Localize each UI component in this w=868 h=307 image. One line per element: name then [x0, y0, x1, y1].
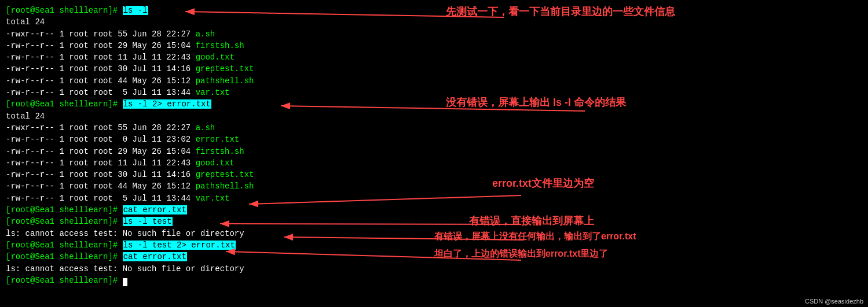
annotation-3: error.txt文件里边为空: [492, 176, 594, 191]
terminal-line: total 24: [6, 16, 428, 28]
terminal: [root@Sea1 shelllearn]# ls -ltotal 24-rw…: [0, 0, 434, 307]
terminal-output: -rw-r--r-- 1 root root 11 Jul 11 22:43: [6, 158, 196, 168]
terminal-line: -rw-r--r-- 1 root root 44 May 26 15:12 p…: [6, 180, 428, 192]
terminal-line: [root@Sea1 shelllearn]# cat error.txt: [6, 204, 428, 216]
terminal-filename: good.txt: [196, 158, 235, 168]
terminal-output: -rw-r--r-- 1 root root 44 May 26 15:12: [6, 182, 196, 191]
terminal-output: -rw-r--r-- 1 root root 5 Jul 11 13:44: [6, 194, 196, 203]
terminal-output: -rw-r--r-- 1 root root 0 Jul 11 23:02: [6, 135, 196, 144]
terminal-prompt: [root@Sea1 shelllearn]#: [6, 99, 123, 109]
terminal-filename: firstsh.sh: [196, 147, 244, 156]
terminal-command[interactable]: ls -l test: [123, 217, 173, 226]
annotation-5: 有错误，屏幕上没有任何输出，输出到了error.txt: [434, 230, 636, 243]
terminal-filename: var.txt: [196, 88, 230, 97]
annotation-6: 坦白了，上边的错误输出到error.txt里边了: [434, 247, 608, 260]
terminal-command[interactable]: ls -l 2> error.txt: [123, 99, 211, 109]
terminal-line: -rw-r--r-- 1 root root 11 Jul 11 22:43 g…: [6, 157, 428, 169]
terminal-line: -rw-r--r-- 1 root root 0 Jul 11 23:02 er…: [6, 134, 428, 145]
terminal-line: -rw-r--r-- 1 root root 30 Jul 11 14:16 g…: [6, 63, 428, 75]
terminal-line: [root@Sea1 shelllearn]# ls -l: [6, 5, 428, 16]
terminal-output: ls: cannot access test: No such file or …: [6, 229, 244, 238]
terminal-prompt: [root@Sea1 shelllearn]#: [6, 6, 123, 15]
annotation-4: 有错误，直接输出到屏幕上: [469, 214, 594, 228]
terminal-line: -rwxr--r-- 1 root root 55 Jun 28 22:27 a…: [6, 28, 428, 40]
terminal-filename: a.sh: [196, 29, 215, 39]
terminal-cursor: [123, 278, 127, 286]
terminal-line: [root@Sea1 shelllearn]# ls -l test 2> er…: [6, 239, 428, 251]
terminal-output: ls: cannot access test: No such file or …: [6, 264, 244, 273]
terminal-line: -rw-r--r-- 1 root root 11 Jul 11 22:43 g…: [6, 51, 428, 63]
terminal-filename: error.txt: [196, 135, 240, 144]
terminal-command[interactable]: cat error.txt: [123, 205, 187, 214]
terminal-output: total 24: [6, 17, 45, 27]
terminal-filename: greptest.txt: [196, 64, 254, 73]
terminal-line: [root@Sea1 shelllearn]# ls -l 2> error.t…: [6, 98, 428, 110]
terminal-output: -rw-r--r-- 1 root root 30 Jul 11 14:16: [6, 170, 196, 179]
terminal-filename: pathshell.sh: [196, 76, 254, 86]
terminal-line: -rw-r--r-- 1 root root 29 May 26 15:04 f…: [6, 146, 428, 157]
terminal-filename: a.sh: [196, 123, 215, 132]
terminal-output: -rw-r--r-- 1 root root 11 Jul 11 22:43: [6, 53, 196, 62]
terminal-line: [root@Sea1 shelllearn]# cat error.txt: [6, 251, 428, 262]
terminal-line: -rw-r--r-- 1 root root 29 May 26 15:04 f…: [6, 40, 428, 51]
terminal-command[interactable]: cat error.txt: [123, 252, 187, 261]
terminal-prompt: [root@Sea1 shelllearn]#: [6, 276, 123, 285]
terminal-command[interactable]: ls -l test 2> error.txt: [123, 241, 236, 250]
terminal-line: ls: cannot access test: No such file or …: [6, 228, 428, 239]
terminal-filename: var.txt: [196, 194, 230, 203]
terminal-output: -rwxr--r-- 1 root root 55 Jun 28 22:27: [6, 123, 196, 132]
terminal-output: -rwxr--r-- 1 root root 55 Jun 28 22:27: [6, 29, 196, 39]
terminal-line: ls: cannot access test: No such file or …: [6, 263, 428, 275]
terminal-filename: good.txt: [196, 53, 235, 62]
terminal-output: -rw-r--r-- 1 root root 30 Jul 11 14:16: [6, 64, 196, 73]
terminal-filename: pathshell.sh: [196, 182, 254, 191]
terminal-prompt: [root@Sea1 shelllearn]#: [6, 241, 123, 250]
watermark: CSDN @seasidezhb: [805, 298, 863, 305]
terminal-line: -rw-r--r-- 1 root root 5 Jul 11 13:44 va…: [6, 87, 428, 98]
terminal-line: -rwxr--r-- 1 root root 55 Jun 28 22:27 a…: [6, 122, 428, 134]
annotation-2: 没有错误，屏幕上输出 ls -l 命令的结果: [446, 95, 626, 110]
terminal-output: total 24: [6, 112, 45, 121]
terminal-output: -rw-r--r-- 1 root root 44 May 26 15:12: [6, 76, 196, 86]
terminal-line: [root@Sea1 shelllearn]#: [6, 275, 428, 286]
terminal-filename: greptest.txt: [196, 170, 254, 179]
terminal-line: -rw-r--r-- 1 root root 5 Jul 11 13:44 va…: [6, 193, 428, 204]
terminal-line: -rw-r--r-- 1 root root 30 Jul 11 14:16 g…: [6, 169, 428, 180]
terminal-output: -rw-r--r-- 1 root root 29 May 26 15:04: [6, 41, 196, 50]
terminal-line: [root@Sea1 shelllearn]# ls -l test: [6, 216, 428, 227]
terminal-prompt: [root@Sea1 shelllearn]#: [6, 205, 123, 214]
terminal-command[interactable]: ls -l: [123, 6, 148, 15]
annotation-1: 先测试一下，看一下当前目录里边的一些文件信息: [446, 5, 675, 19]
terminal-line: total 24: [6, 110, 428, 122]
terminal-filename: firstsh.sh: [196, 41, 244, 50]
terminal-line: -rw-r--r-- 1 root root 44 May 26 15:12 p…: [6, 75, 428, 87]
terminal-output: -rw-r--r-- 1 root root 5 Jul 11 13:44: [6, 88, 196, 97]
terminal-prompt: [root@Sea1 shelllearn]#: [6, 217, 123, 226]
terminal-output: -rw-r--r-- 1 root root 29 May 26 15:04: [6, 147, 196, 156]
terminal-prompt: [root@Sea1 shelllearn]#: [6, 252, 123, 261]
